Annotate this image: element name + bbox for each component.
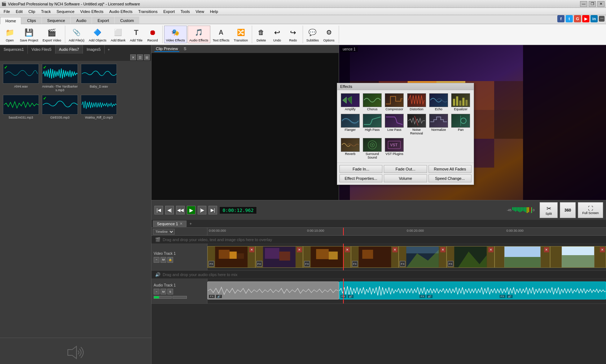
youtube-icon[interactable]: ▶ [582,15,589,22]
audio-file-item[interactable]: ✓ Animals -The Yardbarkers.mp3 [42,64,78,92]
tab-sequence[interactable]: Sequence [42,17,71,24]
fade-in-button[interactable]: Fade In... [339,165,382,173]
more-social-icon[interactable]: ⋯ [599,16,605,22]
fullscreen-button[interactable]: ⛶ Full Screen [578,202,603,218]
clip-fx-4[interactable]: FX [352,261,358,267]
effect-lowpass[interactable]: Low Pass [384,113,405,136]
facebook-icon[interactable]: f [557,15,565,22]
tab-audio-files[interactable]: Audio Files 7 [56,45,83,54]
redo-button[interactable]: ↪ Redo [285,26,300,43]
export-video-button[interactable]: 🎬 Export Video [41,26,63,43]
clip-preview-tab[interactable]: Clip Preview [154,46,179,52]
add-tab-button[interactable]: ＋ [105,46,113,53]
effect-surround[interactable]: Surround Sound [361,137,383,160]
audio-track-mute-button[interactable]: M [161,289,166,294]
tab-custom[interactable]: Custom [115,17,139,24]
clip-del-5[interactable]: ✕ [440,247,445,252]
add-sequence-button[interactable]: ＋ [186,220,195,227]
track-lock-button[interactable]: 🔒 [167,257,173,263]
linkedin-icon[interactable]: in [590,15,598,22]
effect-highpass[interactable]: High Pass [361,113,383,136]
tab-audio[interactable]: Audio [71,17,92,24]
minimize-button[interactable]: — [580,1,587,7]
effect-amplify[interactable]: Amplify [339,92,361,112]
tab-clips[interactable]: Clips [22,17,41,24]
effect-vst[interactable]: VST VST Plugins [384,137,405,160]
tab-video-files[interactable]: Video Files 5 [28,45,55,54]
play-button[interactable]: ▶ [187,206,196,214]
clip-del-7[interactable]: ✕ [544,247,549,252]
clip-fx-5[interactable]: FX [400,261,405,267]
video-clip-2[interactable]: FX ✕ [255,246,303,268]
effect-compressor[interactable]: Compressor [384,92,405,112]
menu-edit[interactable]: Edit [13,9,26,14]
audio-clip-gray[interactable]: FX 🔊 [207,281,339,299]
teal-clip-speaker-btn-2[interactable]: 🔊 [426,294,433,298]
go-start-button[interactable]: |◀ [154,206,163,214]
audio-clip-teal[interactable]: FX 🔊 FX 🔊 FX 🔊 [339,281,606,299]
clip-fx-1[interactable]: FX [208,261,214,267]
effect-noiseremoval[interactable]: Noise Removal [406,113,427,136]
video-effects-button[interactable]: 🎭 Video Effects [164,26,187,43]
add-objects-button[interactable]: 🔷 Add Objects [87,26,108,43]
save-project-button[interactable]: 💾 Save Project [18,26,40,43]
split-button[interactable]: ✂ Split [540,202,558,218]
menu-sequence[interactable]: Sequence [54,9,78,14]
audio-file-item[interactable]: ✓ GtrE035.mp3 [42,95,78,119]
list-view-toggle[interactable]: ☰ [137,54,143,60]
menu-clip[interactable]: Clip [26,9,38,14]
effect-properties-button[interactable]: Effect Properties... [339,174,382,182]
remove-fades-button[interactable]: Remove All Fades [429,165,471,173]
menu-view[interactable]: View [193,9,207,14]
fade-out-button[interactable]: Fade Out... [384,165,427,173]
teal-clip-speaker-btn-1[interactable]: 🔊 [347,294,354,298]
video-clip-6[interactable]: FX ✕ [447,246,495,268]
clip-del-3[interactable]: ✕ [345,247,350,252]
effect-reverb[interactable]: Reverb [339,137,361,160]
options-button[interactable]: ⚙ Options [321,26,337,43]
video-clip-1[interactable]: FX ✕ [207,246,255,268]
speed-change-button[interactable]: Speed Change... [429,174,471,182]
teal-clip-speaker-btn-3[interactable]: 🔊 [506,294,513,298]
undo-button[interactable]: ↩ Undo [269,26,285,43]
video-clip-3[interactable]: FX ✕ [303,246,351,268]
tab-home[interactable]: Home [0,17,21,24]
menu-video-effects[interactable]: Video Effects [77,9,106,14]
close-button[interactable]: ✕ [597,1,605,7]
audio-file-item[interactable]: ✓ AhHi.wav [3,64,39,92]
effect-echo[interactable]: Echo [428,92,449,112]
sequence-preview-tab[interactable]: S [182,46,188,52]
rewind-button[interactable]: ◀◀ [176,206,185,214]
go-end-button[interactable]: ▶| [208,206,217,214]
restore-button[interactable]: ❐ [589,1,596,7]
gray-clip-speaker-btn[interactable]: 🔊 [216,294,222,298]
clip-fx-6[interactable]: FX [448,261,453,267]
menu-export[interactable]: Export [161,9,178,14]
step-back-button[interactable]: ◀| [165,206,174,214]
gray-clip-fx-btn[interactable]: FX [208,294,215,298]
tab-sequences[interactable]: Sequences 1 [0,45,28,54]
tab-images[interactable]: Images 5 [83,45,105,54]
add-title-button[interactable]: T Add Title [128,26,144,43]
menu-file[interactable]: File [1,9,13,14]
volume-slider-track[interactable] [154,296,172,299]
effect-equalizer[interactable]: Equalizer [450,92,471,112]
timeline-zoom-select[interactable]: Timeline [153,229,175,235]
audio-track-solo-button[interactable]: S [167,289,173,294]
clip-del-4[interactable]: ✕ [392,247,398,252]
sequence-tab-1[interactable]: Sequence 1 ✕ [153,221,186,227]
pan-slider[interactable] [172,296,187,299]
clip-fx-2[interactable]: FX [256,261,262,267]
tab-export[interactable]: Export [92,17,114,24]
add-blank-button[interactable]: ⬜ Add Blank [109,26,127,43]
video-clip-8[interactable]: ✕ [550,246,606,268]
teal-clip-fx-btn-2[interactable]: FX [419,294,426,298]
sequence-tab-close[interactable]: ✕ [180,222,183,226]
clip-del-2[interactable]: ✕ [297,247,302,252]
effect-distortion[interactable]: Distortion [406,92,427,112]
record-button[interactable]: ⏺ Record [145,26,160,43]
teal-clip-fx-btn-3[interactable]: FX [499,294,506,298]
clip-del-1[interactable]: ✕ [249,247,254,252]
menu-transitions[interactable]: Transitions [135,9,160,14]
teal-clip-fx-btn-1[interactable]: FX [340,294,347,298]
